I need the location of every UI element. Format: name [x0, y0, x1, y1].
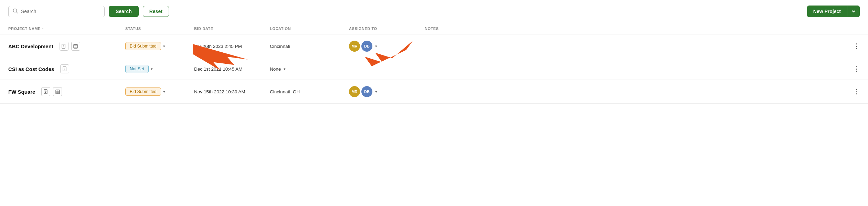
new-project-chevron[interactable]: [847, 6, 860, 17]
avatar-db: DB: [361, 86, 372, 97]
status-badge: Bid Submitted: [125, 87, 161, 96]
col-location: LOCATION: [270, 27, 349, 31]
status-cell: Not Set ▾: [125, 65, 194, 73]
table-row: FW Square: [0, 80, 868, 104]
top-bar: Search Reset New Project: [0, 0, 868, 23]
doc-icon[interactable]: [41, 87, 50, 96]
new-project-label: New Project: [807, 6, 847, 17]
kebab-menu[interactable]: ⋮: [846, 65, 860, 73]
status-badge: Not Set: [125, 65, 149, 73]
avatar-mr: MR: [349, 86, 360, 97]
avatar-mr: MR: [349, 41, 360, 52]
bid-date: Dec 1st 2021 10:45 AM: [194, 66, 270, 72]
search-input[interactable]: [21, 9, 100, 14]
doc-icon[interactable]: [60, 64, 69, 73]
table-header: PROJECT NAME ↑ STATUS BID DATE LOCATION …: [0, 23, 868, 34]
search-icon: [13, 8, 18, 15]
location-chevron[interactable]: ▾: [284, 67, 286, 71]
col-bid-date: BID DATE: [194, 27, 270, 31]
projects-table: PROJECT NAME ↑ STATUS BID DATE LOCATION …: [0, 23, 868, 104]
project-name: CSI as Cost Codes: [8, 66, 54, 72]
col-status: STATUS: [125, 27, 194, 31]
doc-icon[interactable]: [60, 42, 68, 51]
new-project-button[interactable]: New Project: [807, 6, 860, 17]
status-chevron[interactable]: ▾: [163, 44, 165, 49]
assigned-cell: MR DB ▾: [349, 86, 425, 97]
search-button[interactable]: Search: [109, 6, 139, 17]
assigned-cell: MR DB ▾: [349, 41, 425, 52]
col-actions: [846, 27, 860, 31]
search-wrapper: [8, 6, 105, 17]
status-cell: Bid Submitted ▾: [125, 87, 194, 96]
location: Cincinnati: [270, 44, 349, 49]
svg-rect-20: [56, 90, 60, 94]
table-icon[interactable]: [71, 42, 80, 51]
status-badge: Bid Submitted: [125, 42, 161, 50]
row-icons: [60, 42, 80, 51]
kebab-menu[interactable]: ⋮: [846, 88, 860, 95]
kebab-menu[interactable]: ⋮: [846, 42, 860, 50]
bid-date: Nov 15th 2022 10:30 AM: [194, 89, 270, 94]
bid-date: Apr 26th 2023 2:45 PM: [194, 44, 270, 49]
assigned-chevron[interactable]: ▾: [375, 44, 377, 49]
reset-button[interactable]: Reset: [143, 6, 169, 17]
col-assigned-to: ASSIGNED TO: [349, 27, 425, 31]
col-project-name[interactable]: PROJECT NAME ↑: [8, 27, 125, 31]
svg-line-1: [17, 12, 18, 13]
project-name: ABC Development: [8, 43, 53, 49]
sort-icon: ↑: [42, 27, 44, 31]
table-row: ABC Development: [0, 34, 868, 58]
location: Cincinnati, OH: [270, 89, 349, 94]
row-icons: [41, 87, 62, 96]
assigned-chevron[interactable]: ▾: [375, 90, 377, 94]
table-icon[interactable]: [53, 87, 62, 96]
col-notes: NOTES: [425, 27, 846, 31]
status-chevron[interactable]: ▾: [163, 90, 165, 94]
avatar-db: DB: [361, 41, 372, 52]
status-cell: Bid Submitted ▾: [125, 42, 194, 50]
status-chevron[interactable]: ▾: [151, 67, 153, 71]
svg-rect-8: [74, 44, 77, 48]
row-icons: [60, 64, 69, 73]
table-row: CSI as Cost Codes Not Set ▾ Dec 1st 2021…: [0, 58, 868, 80]
project-name: FW Square: [8, 89, 35, 95]
location: None ▾: [270, 66, 349, 72]
